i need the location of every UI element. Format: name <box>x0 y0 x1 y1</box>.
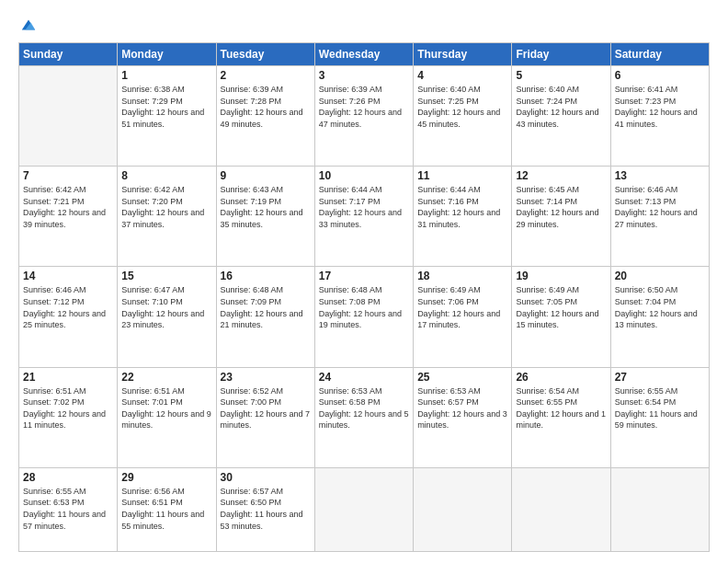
calendar-table: SundayMondayTuesdayWednesdayThursdayFrid… <box>18 42 710 552</box>
day-number: 22 <box>121 371 211 384</box>
day-info: Sunrise: 6:40 AMSunset: 7:24 PMDaylight:… <box>516 84 606 130</box>
day-number: 24 <box>319 371 409 384</box>
weekday-header-wednesday: Wednesday <box>314 43 413 66</box>
calendar-cell: 26Sunrise: 6:54 AMSunset: 6:55 PMDayligh… <box>512 367 610 467</box>
day-info: Sunrise: 6:54 AMSunset: 6:55 PMDaylight:… <box>516 385 606 431</box>
day-number: 2 <box>221 69 311 82</box>
day-info: Sunrise: 6:46 AMSunset: 7:12 PMDaylight:… <box>23 284 113 330</box>
day-number: 11 <box>417 169 507 182</box>
day-info: Sunrise: 6:56 AMSunset: 6:51 PMDaylight:… <box>121 486 211 532</box>
day-number: 14 <box>23 270 113 282</box>
day-info: Sunrise: 6:50 AMSunset: 7:04 PMDaylight:… <box>615 284 705 330</box>
calendar-cell: 10Sunrise: 6:44 AMSunset: 7:17 PMDayligh… <box>314 167 413 267</box>
day-number: 16 <box>221 270 311 282</box>
day-info: Sunrise: 6:44 AMSunset: 7:16 PMDaylight:… <box>417 184 507 230</box>
calendar-cell: 7Sunrise: 6:42 AMSunset: 7:21 PMDaylight… <box>19 167 118 267</box>
weekday-header-saturday: Saturday <box>610 43 709 66</box>
day-number: 4 <box>417 69 507 82</box>
calendar-cell: 11Sunrise: 6:44 AMSunset: 7:16 PMDayligh… <box>414 167 512 267</box>
day-number: 3 <box>319 69 409 82</box>
calendar-cell: 12Sunrise: 6:45 AMSunset: 7:14 PMDayligh… <box>512 167 610 267</box>
calendar-cell: 29Sunrise: 6:56 AMSunset: 6:51 PMDayligh… <box>118 467 216 551</box>
weekday-header-row: SundayMondayTuesdayWednesdayThursdayFrid… <box>19 43 710 66</box>
logo-icon <box>20 17 37 33</box>
calendar-cell: 13Sunrise: 6:46 AMSunset: 7:13 PMDayligh… <box>610 167 709 267</box>
calendar-week-row: 28Sunrise: 6:55 AMSunset: 6:53 PMDayligh… <box>19 467 710 551</box>
day-number: 27 <box>615 371 705 384</box>
day-info: Sunrise: 6:55 AMSunset: 6:54 PMDaylight:… <box>615 385 705 431</box>
calendar-week-row: 7Sunrise: 6:42 AMSunset: 7:21 PMDaylight… <box>19 167 710 267</box>
day-number: 5 <box>516 69 606 82</box>
calendar-cell: 30Sunrise: 6:57 AMSunset: 6:50 PMDayligh… <box>216 467 314 551</box>
day-info: Sunrise: 6:47 AMSunset: 7:10 PMDaylight:… <box>121 284 211 330</box>
calendar-cell <box>19 66 118 167</box>
day-info: Sunrise: 6:48 AMSunset: 7:08 PMDaylight:… <box>319 284 409 330</box>
day-number: 9 <box>221 169 311 182</box>
day-info: Sunrise: 6:53 AMSunset: 6:58 PMDaylight:… <box>319 385 409 431</box>
calendar-cell <box>314 467 413 551</box>
day-number: 18 <box>417 270 507 282</box>
day-info: Sunrise: 6:55 AMSunset: 6:53 PMDaylight:… <box>23 486 113 532</box>
day-info: Sunrise: 6:52 AMSunset: 7:00 PMDaylight:… <box>221 385 311 431</box>
weekday-header-thursday: Thursday <box>414 43 512 66</box>
day-info: Sunrise: 6:49 AMSunset: 7:05 PMDaylight:… <box>516 284 606 330</box>
calendar-cell: 2Sunrise: 6:39 AMSunset: 7:28 PMDaylight… <box>216 66 314 167</box>
day-info: Sunrise: 6:41 AMSunset: 7:23 PMDaylight:… <box>615 84 705 130</box>
day-info: Sunrise: 6:39 AMSunset: 7:26 PMDaylight:… <box>319 84 409 130</box>
day-info: Sunrise: 6:49 AMSunset: 7:06 PMDaylight:… <box>417 284 507 330</box>
day-number: 1 <box>121 69 211 82</box>
day-info: Sunrise: 6:57 AMSunset: 6:50 PMDaylight:… <box>221 486 311 532</box>
day-info: Sunrise: 6:43 AMSunset: 7:19 PMDaylight:… <box>221 184 311 230</box>
day-number: 29 <box>121 471 211 484</box>
day-number: 12 <box>516 169 606 182</box>
day-number: 28 <box>23 471 113 484</box>
calendar-cell <box>414 467 512 551</box>
header <box>18 17 710 33</box>
day-number: 25 <box>417 371 507 384</box>
calendar-cell: 25Sunrise: 6:53 AMSunset: 6:57 PMDayligh… <box>414 367 512 467</box>
day-info: Sunrise: 6:44 AMSunset: 7:17 PMDaylight:… <box>319 184 409 230</box>
day-number: 17 <box>319 270 409 282</box>
day-info: Sunrise: 6:42 AMSunset: 7:20 PMDaylight:… <box>121 184 211 230</box>
day-info: Sunrise: 6:48 AMSunset: 7:09 PMDaylight:… <box>221 284 311 330</box>
day-number: 7 <box>23 169 113 182</box>
day-number: 21 <box>23 371 113 384</box>
calendar-cell: 21Sunrise: 6:51 AMSunset: 7:02 PMDayligh… <box>19 367 118 467</box>
day-info: Sunrise: 6:42 AMSunset: 7:21 PMDaylight:… <box>23 184 113 230</box>
weekday-header-monday: Monday <box>118 43 216 66</box>
calendar-cell: 3Sunrise: 6:39 AMSunset: 7:26 PMDaylight… <box>314 66 413 167</box>
logo <box>18 17 37 33</box>
calendar-cell: 17Sunrise: 6:48 AMSunset: 7:08 PMDayligh… <box>314 267 413 367</box>
day-number: 15 <box>121 270 211 282</box>
day-number: 20 <box>615 270 705 282</box>
calendar-cell: 16Sunrise: 6:48 AMSunset: 7:09 PMDayligh… <box>216 267 314 367</box>
calendar-cell: 6Sunrise: 6:41 AMSunset: 7:23 PMDaylight… <box>610 66 709 167</box>
calendar-week-row: 21Sunrise: 6:51 AMSunset: 7:02 PMDayligh… <box>19 367 710 467</box>
calendar-cell: 9Sunrise: 6:43 AMSunset: 7:19 PMDaylight… <box>216 167 314 267</box>
day-info: Sunrise: 6:38 AMSunset: 7:29 PMDaylight:… <box>121 84 211 130</box>
calendar-cell: 19Sunrise: 6:49 AMSunset: 7:05 PMDayligh… <box>512 267 610 367</box>
day-info: Sunrise: 6:51 AMSunset: 7:02 PMDaylight:… <box>23 385 113 431</box>
calendar-week-row: 14Sunrise: 6:46 AMSunset: 7:12 PMDayligh… <box>19 267 710 367</box>
weekday-header-sunday: Sunday <box>19 43 118 66</box>
calendar-cell <box>512 467 610 551</box>
page: SundayMondayTuesdayWednesdayThursdayFrid… <box>0 0 728 563</box>
calendar-cell: 8Sunrise: 6:42 AMSunset: 7:20 PMDaylight… <box>118 167 216 267</box>
day-info: Sunrise: 6:45 AMSunset: 7:14 PMDaylight:… <box>516 184 606 230</box>
day-number: 19 <box>516 270 606 282</box>
calendar-cell: 24Sunrise: 6:53 AMSunset: 6:58 PMDayligh… <box>314 367 413 467</box>
calendar-cell: 18Sunrise: 6:49 AMSunset: 7:06 PMDayligh… <box>414 267 512 367</box>
calendar-cell: 20Sunrise: 6:50 AMSunset: 7:04 PMDayligh… <box>610 267 709 367</box>
calendar-cell: 1Sunrise: 6:38 AMSunset: 7:29 PMDaylight… <box>118 66 216 167</box>
calendar-cell: 14Sunrise: 6:46 AMSunset: 7:12 PMDayligh… <box>19 267 118 367</box>
day-info: Sunrise: 6:46 AMSunset: 7:13 PMDaylight:… <box>615 184 705 230</box>
day-number: 8 <box>121 169 211 182</box>
weekday-header-tuesday: Tuesday <box>216 43 314 66</box>
calendar-cell: 5Sunrise: 6:40 AMSunset: 7:24 PMDaylight… <box>512 66 610 167</box>
day-number: 10 <box>319 169 409 182</box>
day-info: Sunrise: 6:39 AMSunset: 7:28 PMDaylight:… <box>221 84 311 130</box>
calendar-cell: 27Sunrise: 6:55 AMSunset: 6:54 PMDayligh… <box>610 367 709 467</box>
calendar-cell: 4Sunrise: 6:40 AMSunset: 7:25 PMDaylight… <box>414 66 512 167</box>
day-number: 13 <box>615 169 705 182</box>
weekday-header-friday: Friday <box>512 43 610 66</box>
